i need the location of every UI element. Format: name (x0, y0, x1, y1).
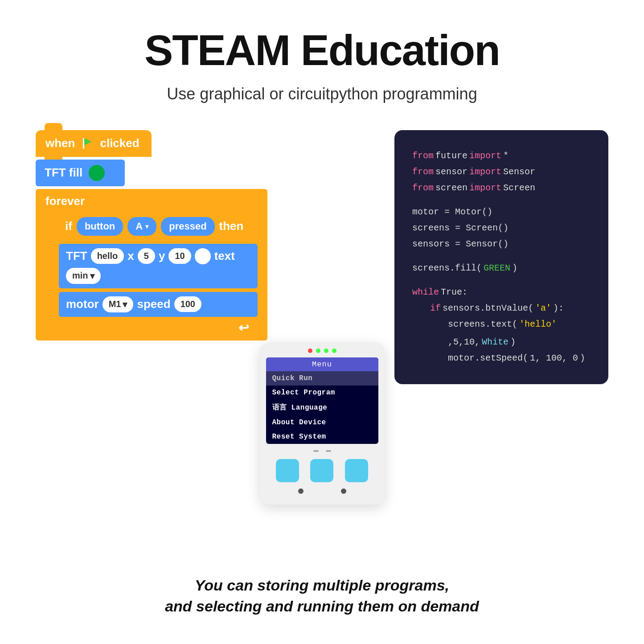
device-bottom-dots (266, 488, 378, 498)
screen-item-quickrun[interactable]: Quick Run (266, 371, 378, 386)
forever-bottom: ↩ (45, 317, 258, 335)
speed-label: speed (137, 297, 170, 311)
when-label: when (45, 136, 75, 150)
screen-item-aboutdevice[interactable]: About Device (266, 415, 378, 430)
curve-arrow-icon: ↩ (238, 320, 249, 335)
status-dot-green2 (324, 349, 328, 353)
button-pill[interactable]: button (77, 217, 123, 236)
color-circle-green (89, 165, 105, 181)
code-line-5: motor = Motor() (412, 204, 591, 220)
connector-pin-left (313, 450, 319, 452)
code-line-2: from sensor import Sensor (412, 164, 591, 180)
forever-block[interactable]: forever if button A ▾ pressed then (36, 189, 267, 340)
footer-line1: You can storing multiple programs, (0, 575, 644, 596)
code-line-7: sensors = Sensor() (412, 236, 591, 252)
flag-icon (80, 136, 94, 151)
then-label: then (219, 219, 244, 233)
bottom-dot-right (341, 488, 346, 494)
motor-label: motor (66, 297, 99, 311)
code-line-9: screens.fill( GREEN ) (412, 260, 591, 276)
content-area: when clicked TFT fill forever if (0, 121, 644, 505)
status-dot-red (308, 349, 312, 353)
page-title: STEAM Education (0, 27, 644, 74)
text-label: text (214, 249, 235, 263)
status-dot-green3 (332, 349, 336, 353)
if-label: if (65, 219, 72, 233)
svg-marker-1 (84, 138, 92, 145)
device-status-dots (266, 349, 378, 353)
min-dropdown[interactable]: min ▾ (66, 268, 101, 284)
code-line-14: motor.setSpeed( 1, 100, 0 ) (448, 350, 591, 366)
footer-line2: and selecting and running them on demand (0, 596, 644, 617)
bottom-dot-left (298, 488, 304, 494)
keyword-from1: from (412, 148, 434, 164)
code-line-13: screens.text( 'hello' ,5,10, White ) (448, 316, 591, 350)
when-clicked-block[interactable]: when clicked (36, 130, 152, 157)
forever-label: forever (45, 194, 258, 208)
svg-rect-0 (83, 138, 84, 149)
clicked-label: clicked (100, 136, 139, 150)
if-block[interactable]: if button A ▾ pressed then (59, 213, 258, 240)
device-buttons-row (266, 454, 378, 488)
footer: You can storing multiple programs, and s… (0, 575, 644, 617)
screen-menu-bar: Menu (266, 357, 378, 371)
device-connector (266, 448, 378, 454)
color-input[interactable] (195, 248, 211, 264)
device-screen: Menu Quick Run Select Program 语言 Languag… (266, 357, 378, 444)
pressed-label: pressed (169, 221, 206, 232)
a-dropdown[interactable]: A ▾ (127, 217, 156, 236)
button-right[interactable] (345, 459, 368, 482)
m1-dropdown[interactable]: M1 ▾ (103, 296, 134, 312)
screen-item-language[interactable]: 语言 Language (266, 400, 378, 415)
code-line-12: if sensors.btnValue( 'a' ): (430, 300, 591, 316)
button-left[interactable] (276, 459, 299, 482)
motor-block[interactable]: motor M1 ▾ speed 100 (59, 292, 258, 317)
device-mockup: Menu Quick Run Select Program 语言 Languag… (260, 342, 385, 505)
tft-label: TFT (66, 249, 87, 263)
tft-fill-label: TFT fill (45, 166, 82, 180)
code-editor-panel: from future import * from sensor import … (394, 130, 608, 384)
scratch-blocks-panel: when clicked TFT fill forever if (36, 130, 285, 340)
tft-fill-block[interactable]: TFT fill (36, 160, 285, 186)
a-label: A (135, 221, 143, 232)
page-subtitle: Use graphical or circuitpython programmi… (0, 85, 644, 103)
code-line-1: from future import * (412, 148, 591, 164)
pressed-pill[interactable]: pressed (161, 217, 214, 236)
hello-input[interactable]: hello (91, 248, 124, 264)
forever-inner: if button A ▾ pressed then TFT (59, 213, 258, 317)
m1-dropdown-arrow: ▾ (123, 299, 127, 310)
min-dropdown-arrow: ▾ (90, 271, 94, 281)
a-dropdown-arrow: ▾ (145, 223, 148, 230)
device-body: Menu Quick Run Select Program 语言 Languag… (260, 342, 385, 505)
x-label: x (127, 249, 134, 263)
screen-item-selectprogram[interactable]: Select Program (266, 386, 378, 400)
y-label: y (159, 249, 165, 263)
speed-value[interactable]: 100 (174, 296, 201, 312)
screen-item-resetsystem[interactable]: Reset System (266, 430, 378, 444)
code-line-11: while True: (412, 284, 591, 300)
header: STEAM Education Use graphical or circuit… (0, 0, 644, 103)
code-line-6: screens = Screen() (412, 220, 591, 236)
connector-pin-right (326, 450, 331, 452)
button-center[interactable] (310, 459, 333, 482)
status-dot-green1 (316, 349, 320, 353)
x-value[interactable]: 5 (138, 248, 155, 264)
y-value[interactable]: 10 (168, 248, 191, 264)
tft-text-block[interactable]: TFT hello x 5 y 10 text min (59, 244, 258, 288)
button-label: button (85, 221, 115, 232)
code-line-3: from screen import Screen (412, 180, 591, 196)
